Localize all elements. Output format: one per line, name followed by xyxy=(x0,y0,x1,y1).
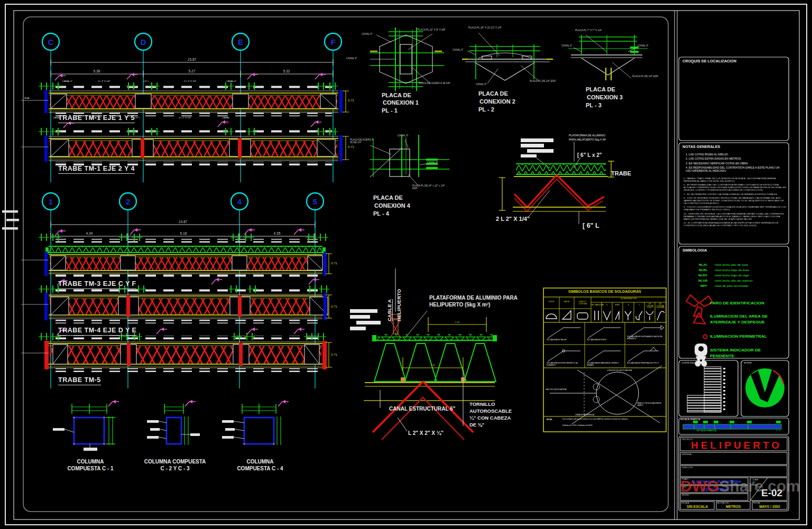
pl1-title3: PL - 1 xyxy=(382,107,398,114)
column-details xyxy=(53,400,289,451)
member-tag: 2 L 2" X 1/4" xyxy=(89,117,102,119)
weld-legend: LONGITUD DE LA SOLDADURA xyxy=(607,370,639,372)
pl4-leader-canal-top: CANAL 6" xyxy=(398,134,409,137)
welding-symbols-table xyxy=(543,288,666,432)
trabe-channel-top-label: [ 6" L x 2" xyxy=(577,152,602,159)
pendiente-label1: SISTEMA INDICADOR DE xyxy=(710,348,761,352)
member-tag: [ 6" L xyxy=(135,117,140,119)
cable-label: CABLE A HELIPUERTO xyxy=(384,289,403,321)
level-desc: nivel lecho alto de losa xyxy=(715,263,748,266)
dim-total-a: 15.87 xyxy=(188,58,197,62)
weld-col: DE CORONA CON BISEL xyxy=(656,303,666,309)
plate-pl2 xyxy=(462,33,553,83)
pl3-leader-canal-right: CANAL 6" xyxy=(638,44,649,47)
weld-cell-caption: SOLDADURA DE TALLER xyxy=(547,339,582,341)
watermark-share: Share.com xyxy=(719,477,800,495)
weld-nota1: - Para simbolos adicionales referirse a … xyxy=(561,419,662,421)
axis-bubble-f: F xyxy=(330,38,335,47)
axis-bubble-e: E xyxy=(238,38,243,47)
weld-table-title: SIMBOLOS BASICOS DE SOLDADURAS xyxy=(568,290,641,294)
trabe-name-label: TRABE xyxy=(611,170,631,177)
column-c4-line1: COLUMNA xyxy=(246,459,273,465)
member-tag: [ 6" L xyxy=(144,80,149,83)
weld-legend: SIMBOLO DE SOLDADURA DE CAMPO xyxy=(637,403,663,406)
weld-cell-caption: SOLDADURA DE FILETE AMBOS LADOS DEL ELEM… xyxy=(627,336,663,340)
cable-label-line1: CABLE A xyxy=(386,299,393,321)
weld-cell-caption: SOLDADURA DE RANURA DE CIERRE O REMATE xyxy=(587,363,622,366)
weld-col: J xyxy=(639,304,640,307)
level-code: NPT xyxy=(700,284,707,287)
nota-6: 6.- ES RESPONSABILIDAD DEL CONTRATISTA R… xyxy=(684,184,786,192)
member-tag: 2 L 2" X 1/4" xyxy=(184,80,197,83)
escala-ratio: 1 : 5 xyxy=(776,430,780,432)
nota-3: 3. ES NECESARIO VERIFICAR COTAS EN OBRA. xyxy=(686,162,785,165)
dim-a1: 5.38 xyxy=(94,69,100,73)
notas-list-secondary: 5.- PARA EL TRAZO FINAL DE LOS NIVELES D… xyxy=(684,178,786,229)
pl1-leader-canal-left: CANAL 6" xyxy=(346,57,357,60)
weld-group-header: DE RANURA A TOPE xyxy=(621,298,637,300)
weld-cell-caption: SOLDADURA DE PENETRACION TIPO V xyxy=(627,363,663,365)
pl4-leader-esp: PLACA PL DE 14" x 12" x 1/4" ESP. xyxy=(412,184,449,190)
nota-11: 11.- EL CONTRATISTA DEBERA AJUSTARSE A L… xyxy=(684,222,786,227)
plate-pl4 xyxy=(370,135,449,186)
pl4-title1: PLACA DE xyxy=(373,194,403,201)
tb-direccion-label: DIRECCION : xyxy=(682,467,694,469)
perimetral-label: ILUMINACION PERIMETRAL xyxy=(710,334,767,339)
dim-h-b2: 0.71 xyxy=(331,304,337,308)
level-code: NLAL xyxy=(699,263,708,266)
plate-pl1 xyxy=(370,27,444,91)
tb-acot-value: METROS xyxy=(726,505,741,509)
croquis-title: CROQUIS DE LOCALIZACION xyxy=(682,59,736,63)
member-tag: CANAL xyxy=(222,117,229,119)
nota-7: 7.- NO SE PERMITEN CORTES O ALTERACIONES… xyxy=(684,193,786,196)
faro-label: FARO DE IDENTIFICACION xyxy=(710,301,764,305)
truss-label-tm4: TRABE TM-4 EJE D Y E xyxy=(58,327,136,336)
trabe-plat-label2: PARA HELIPUERTO 5kg X M² xyxy=(569,138,606,142)
dim-total-b: 14.87 xyxy=(179,220,188,224)
platform-dim-top: 1.20 xyxy=(455,321,459,324)
tb-escala-label: ESCALA : xyxy=(681,502,690,504)
column-c4-line2: COMPUESTA C - 4 xyxy=(237,466,283,472)
tornillo-label1: TORNILLO xyxy=(469,402,495,407)
truss-tm1-eje2y4 xyxy=(21,120,349,166)
pl1-title1: PLACA DE xyxy=(382,92,411,99)
tb-escala-value: SIN ESCALA xyxy=(687,505,708,509)
area-label2: ATERRIZAJE Y DESPEGUE xyxy=(710,320,765,324)
axis-bubble-c: C xyxy=(48,38,54,47)
dim-b1: 4.34 xyxy=(86,231,93,236)
truss-tm3 xyxy=(21,228,332,279)
weld-legend: LINEA DE REFERENCIA xyxy=(575,414,607,416)
trabe-plat-label1: PLATAFORMA DE ALUMINIO xyxy=(569,134,605,137)
pl3-leader-canal-left: CANAL 6" xyxy=(561,44,573,47)
pl2-leader-canal-left: CANAL 6" xyxy=(453,49,464,51)
trabe-section-detail xyxy=(499,138,614,224)
level-desc: nivel lecho bajo de losa xyxy=(715,268,749,272)
tornillo-label3: ¼" CON CABEZA xyxy=(469,415,511,421)
pl2-leader-placa: PLACA PL 18" X 15 1/2" X 1/4" xyxy=(468,26,503,29)
dwgshare-watermark: DWGShare.com xyxy=(680,477,800,495)
axis-bubble-1: 1 xyxy=(49,197,53,206)
column-c23-line2: C - 2 Y C - 3 xyxy=(160,466,189,472)
weld-col: TAPON xyxy=(560,301,573,303)
truss-label-tm5: TRABE TM-5 xyxy=(58,376,101,385)
cad-sheet: C D E F 15.87 5.38 5.27 5.32 0.71 0.71 T… xyxy=(0,0,812,529)
level-code: NLAR xyxy=(698,279,707,282)
weld-nota-label: NOTA : xyxy=(547,419,553,421)
weld-col: U xyxy=(628,304,629,307)
weld-cell-caption: SOLDADURA DE FILETE RESPECTO AL ELEMENTO xyxy=(547,363,582,366)
tornillo-label2: AUTOROSCABLE xyxy=(469,409,512,414)
weld-legend: LADO DE LA SOLDADURA xyxy=(546,389,569,391)
weld-col: DE CORONA CON V xyxy=(645,303,655,309)
nota-5: 5.- PARA EL TRAZO FINAL DE LOS NIVELES D… xyxy=(684,178,786,183)
weld-col: BISEL xyxy=(615,304,620,307)
column-c23-line1: COLUMNA COMPUESTA xyxy=(144,459,206,465)
tb-fecha-value: MAYO / 2002 xyxy=(759,505,780,509)
column-c1-line2: COMPUESTA C - 1 xyxy=(67,466,113,472)
trabe-channel-bottom-label: [ 6" L xyxy=(583,222,599,229)
dim-h-b3: 0.71 xyxy=(331,352,337,356)
dim-b3: 4.35 xyxy=(274,231,281,236)
member-tag: CANAL 6" xyxy=(62,80,72,83)
norte-title: NORTE xyxy=(744,362,752,365)
drawing-canvas xyxy=(0,0,812,529)
area-label1: ILUMINACION DEL AREA DE xyxy=(710,314,768,319)
